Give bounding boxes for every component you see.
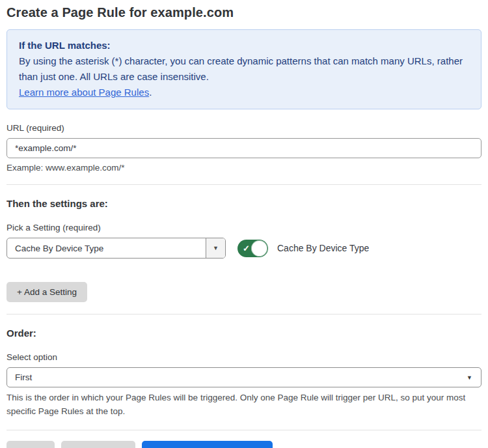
divider — [7, 314, 481, 315]
learn-more-link[interactable]: Learn more about Page Rules — [19, 87, 149, 98]
chevron-down-icon: ▼ — [467, 374, 472, 381]
url-input[interactable] — [7, 138, 481, 158]
url-field-label: URL (required) — [7, 123, 481, 133]
pick-setting-label: Pick a Setting (required) — [7, 223, 481, 232]
cache-device-toggle-group: ✓ Cache By Device Type — [237, 240, 369, 257]
setting-row: Cache By Device Type ▼ ✓ Cache By Device… — [7, 238, 481, 259]
link-period: . — [149, 87, 152, 98]
footer-actions: Cancel Save as Draft Save and Deploy Pag… — [7, 441, 481, 448]
order-select[interactable]: First ▼ — [7, 367, 481, 387]
cache-device-toggle[interactable]: ✓ — [237, 240, 268, 257]
check-icon: ✓ — [243, 244, 250, 253]
order-select-value: First — [15, 372, 32, 382]
setting-dropdown-value: Cache By Device Type — [7, 238, 206, 258]
divider — [7, 184, 481, 185]
setting-dropdown[interactable]: Cache By Device Type ▼ — [7, 238, 226, 259]
chevron-down-icon[interactable]: ▼ — [206, 238, 225, 258]
settings-section-heading: Then the settings are: — [7, 198, 481, 209]
order-section-heading: Order: — [7, 328, 481, 339]
cancel-button[interactable]: Cancel — [7, 441, 55, 448]
order-description: This is the order in which your Page Rul… — [7, 391, 481, 418]
page-title: Create a Page Rule for example.com — [7, 5, 481, 20]
save-deploy-button[interactable]: Save and Deploy Page Rule — [142, 441, 273, 448]
order-select-label: Select option — [7, 352, 481, 362]
info-callout-heading: If the URL matches: — [19, 38, 469, 53]
add-setting-button[interactable]: + Add a Setting — [7, 282, 87, 302]
toggle-label: Cache By Device Type — [277, 243, 369, 253]
url-example-helper: Example: www.example.com/* — [7, 163, 481, 173]
divider — [7, 430, 481, 430]
toggle-knob — [251, 240, 267, 257]
url-match-info-callout: If the URL matches: By using the asteris… — [7, 29, 481, 109]
save-draft-button[interactable]: Save as Draft — [61, 441, 135, 448]
info-callout-body: By using the asterisk (*) character, you… — [19, 53, 469, 85]
info-callout-link-line: Learn more about Page Rules. — [19, 85, 469, 100]
